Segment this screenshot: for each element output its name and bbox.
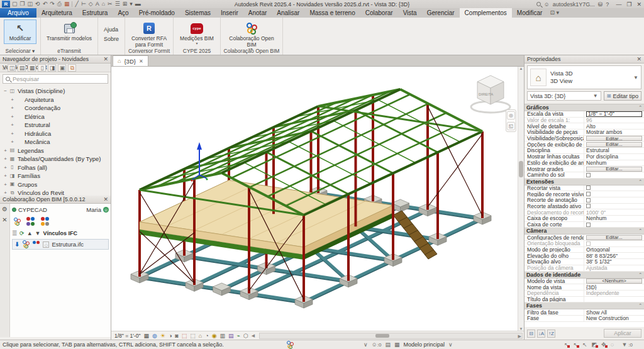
tab-anotar[interactable]: Anotar [243, 8, 272, 18]
checkbox[interactable] [586, 173, 591, 177]
ifc-link-row[interactable]: ⬇ ◇ Estrutura.ifc [12, 239, 109, 250]
families-icon[interactable]: ◨ [48, 64, 56, 72]
close-icon[interactable]: ✕ [636, 55, 641, 63]
tab-sistemas[interactable]: Sistemas [180, 8, 216, 18]
show-crop-region-icon[interactable]: ⬚ [190, 333, 196, 339]
tree-item-mec-nica[interactable]: +Mecânica [0, 138, 111, 147]
panel-caption-formit[interactable]: Conversor FormIt [125, 48, 173, 55]
tree-item-estrutural[interactable]: +Estrutural [0, 121, 111, 130]
openbim-panel-header[interactable]: Colaboração Open BIM [5.0.0.12 25/02/25]… [0, 196, 111, 204]
reveal-hidden-elements-icon[interactable]: ◉ [212, 333, 217, 339]
open-folder-icon[interactable]: ❐ [20, 1, 25, 8]
expand-icon[interactable]: ▼ [35, 230, 41, 236]
view-tab-3d[interactable]: ⌂ {3D} ✕ [113, 55, 148, 66]
background-processes-icon[interactable]: ◌ [611, 341, 614, 348]
expand-icon[interactable]: + [9, 105, 15, 111]
element-selector-combo[interactable]: Vista 3D: {3D} ▼ [527, 91, 601, 101]
scale-input[interactable]: 1/8" = 1'-0" [586, 111, 642, 117]
openbim-status-icon[interactable] [286, 341, 294, 349]
help-icon[interactable]: ? [606, 1, 609, 8]
value-text[interactable]: New Construction [586, 316, 629, 321]
groups-icon[interactable]: ▣ [58, 64, 66, 72]
select-elements-by-face-icon[interactable]: ◩ [592, 341, 597, 348]
design-option-icon[interactable]: ▦ [394, 341, 400, 348]
tree-item-fam-lias[interactable]: +◨Famílias [0, 172, 111, 180]
share-model-icon[interactable] [26, 217, 36, 226]
tree-item-tabelas-quantidades-by-type-[interactable]: +▦Tabelas/Quantidades (By Type) [0, 155, 111, 163]
medicoes-bim-button[interactable]: Medições BIM ▾ [177, 19, 216, 47]
sobre-button[interactable]: Sobre [102, 35, 121, 43]
drag-elements-on-selection-icon[interactable]: ✥ [601, 341, 606, 348]
checkbox[interactable] [586, 223, 591, 227]
edit-type-button[interactable]: ⊞ Editar tipo [604, 91, 641, 101]
tree-item-legendas[interactable]: +▤Legendas [0, 147, 111, 155]
panel-caption-selecionar[interactable]: Selecionar ▾ [0, 48, 40, 55]
sun-path-icon[interactable]: ☀ [160, 333, 165, 339]
collapse-icon[interactable]: ▲ [27, 230, 33, 236]
checkbox[interactable] [586, 241, 591, 246]
section-header-c-mera[interactable]: Câmera⌃ [525, 228, 644, 235]
scrollbar-thumb[interactable] [375, 334, 389, 338]
expand-icon[interactable]: + [3, 173, 8, 179]
horizontal-scrollbar[interactable]: ▶ [259, 333, 523, 339]
expand-icon[interactable]: + [3, 165, 8, 170]
tag-icon[interactable]: ◇ [89, 1, 93, 8]
sheets-icon[interactable]: ▯ [38, 64, 46, 72]
measure-icon[interactable]: ╱ [75, 1, 78, 8]
tree-item-hidr-ulica[interactable]: +Hidráulica [0, 130, 111, 138]
search-input[interactable]: Pesquisar [3, 74, 108, 84]
expand-icon[interactable]: + [3, 156, 8, 162]
section-header-extens-es[interactable]: Extensões⌃ [525, 179, 644, 186]
customize-dropdown-icon[interactable]: ▾ [130, 1, 133, 8]
save-icon[interactable]: ◫ [28, 1, 33, 8]
collapse-icon[interactable]: ⌃ [638, 303, 642, 308]
expand-icon[interactable]: + [9, 131, 15, 136]
select-underlay-elements-icon[interactable]: ↖ [573, 341, 578, 348]
ribbon-toggle-icon[interactable]: ▬ [135, 1, 141, 8]
value-text[interactable]: {3D} [586, 284, 597, 290]
edit-button[interactable]: Editar... [586, 136, 642, 141]
edit-button[interactable]: Editar... [586, 235, 642, 240]
tree-item-arquitetura[interactable]: +Arquitetura [0, 96, 111, 104]
apply-button[interactable]: Aplicar [604, 329, 641, 338]
text-icon[interactable]: A [96, 1, 99, 8]
analytical-model-icon[interactable]: ⌁ [237, 333, 240, 339]
tree-item-grupos[interactable]: +▣Grupos [0, 180, 111, 189]
filter-button[interactable]: ▼:0 [621, 341, 633, 348]
temporary-view-properties-icon[interactable]: ▤ [228, 333, 234, 339]
section-header-gr-ficos[interactable]: Gráficos⌃ [525, 104, 644, 111]
transmitir-modelos-button[interactable]: Transmitir modelos [45, 19, 94, 44]
panel-caption-cype[interactable]: CYPE 2025 [174, 48, 220, 55]
edit-button[interactable]: Editar... [586, 142, 642, 147]
sort-descending-icon[interactable]: ↑Z [547, 330, 555, 338]
expand-icon[interactable]: + [3, 190, 8, 196]
minimize-button[interactable]: — [616, 1, 621, 8]
tab-colaborar[interactable]: Colaborar [360, 8, 398, 18]
project-browser-header[interactable]: Navegador de projeto - Novidades Versão … [0, 55, 111, 64]
export-model-icon[interactable] [41, 217, 50, 226]
close-button[interactable]: ✕ [636, 1, 641, 8]
tree-item-coordena-o[interactable]: +Coordenação [0, 104, 111, 113]
tab-a-o[interactable]: Aço [113, 8, 133, 18]
close-view-icon[interactable]: ✕ [139, 58, 143, 64]
tab-estrutura[interactable]: Estrutura [77, 8, 113, 18]
value-text[interactable]: Show All [586, 309, 607, 315]
section-header-fases[interactable]: Fases⌃ [525, 302, 644, 309]
print-icon[interactable]: ⎙ [57, 1, 62, 8]
restore-button[interactable]: ❐ [626, 1, 631, 8]
type-selector[interactable]: ⌂ Vista 3D 3D View ▼ [527, 65, 641, 89]
vertical-scrollbar[interactable]: ▲ ▼ [518, 67, 524, 331]
drawing-area[interactable]: DIREITA ◎ ◱ ▲ ▼ [111, 67, 524, 331]
collapse-icon[interactable]: ⌃ [638, 228, 642, 233]
modify-panel-toggle[interactable]: ⊡ ▾ [550, 8, 559, 18]
expand-icon[interactable]: + [9, 139, 15, 145]
chevron-down-icon[interactable]: ∨ [364, 341, 368, 348]
value-text[interactable]: Nenhum [586, 216, 606, 221]
scroll-down-arrow[interactable]: ▼ [518, 327, 524, 331]
checkbox[interactable] [586, 192, 591, 196]
new-window-icon[interactable]: ▢ [12, 1, 18, 8]
sort-ascending-icon[interactable]: ↓A [537, 330, 545, 338]
section-icon[interactable]: ✂ [108, 1, 113, 8]
crop-view-icon[interactable]: ⬚ [182, 333, 187, 339]
checkbox[interactable] [586, 204, 591, 208]
